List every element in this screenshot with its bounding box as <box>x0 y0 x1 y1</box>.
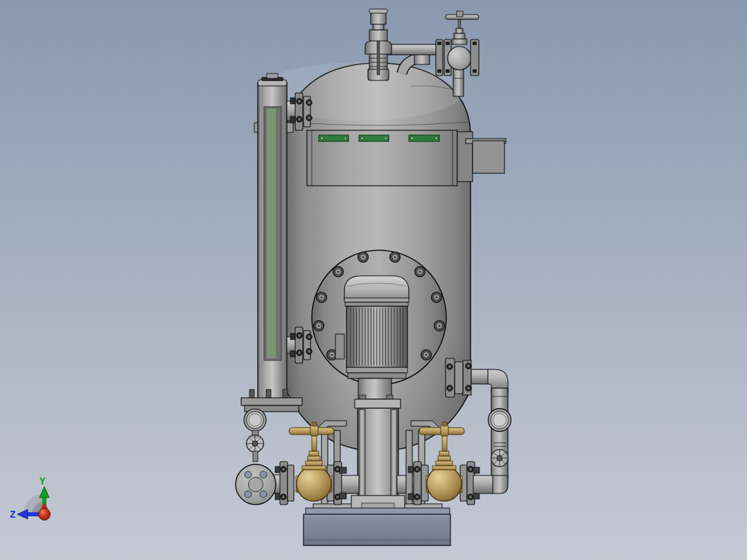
valve-bonnet-ring2 <box>454 33 465 39</box>
column-post-right <box>391 410 397 497</box>
safety-valve-cap <box>371 12 386 24</box>
valve-gland <box>456 28 463 33</box>
motor-fins <box>349 308 405 366</box>
pipe-small-valve[interactable] <box>491 450 509 467</box>
cad-3d-viewport[interactable]: Y Z <box>0 0 747 560</box>
discharge-elbow-bottom <box>491 475 508 493</box>
gauge-top-knob <box>267 73 278 78</box>
blind-flange[interactable] <box>236 464 276 505</box>
safety-valve-cap-top <box>369 9 387 13</box>
valve-handwheel-hub <box>457 11 463 17</box>
drain-sight-glass <box>244 409 266 431</box>
nameplate-panel[interactable] <box>307 130 457 186</box>
gauge-glass-shade <box>276 109 279 358</box>
drain-valve-handwheel[interactable] <box>247 435 264 453</box>
safety-valve-lever-rod <box>377 40 380 75</box>
suction-pipe-left <box>340 475 359 493</box>
discharge-pipe-horizontal <box>471 369 489 384</box>
base-top-lip <box>306 508 450 514</box>
column-post-left <box>359 410 365 497</box>
model-view[interactable]: Y Z <box>0 0 747 560</box>
green-nameplates <box>319 135 439 141</box>
motor-band-bottom <box>346 367 407 373</box>
safety-valve-body <box>369 30 387 41</box>
pipe-valve-to-elbow <box>473 475 493 493</box>
motor-terminal-box <box>335 334 344 359</box>
motor-cap <box>344 276 409 299</box>
valve-handwheel-hub <box>441 425 448 436</box>
y-axis-label: Y <box>39 475 46 487</box>
pump-column-assembly[interactable] <box>355 395 401 498</box>
origin-sphere[interactable] <box>39 509 51 520</box>
valve-stem <box>458 19 461 28</box>
column-top-flange <box>355 399 401 408</box>
valve-stem <box>442 436 447 451</box>
valve-body <box>427 466 462 501</box>
drain-valve-stem <box>253 451 258 462</box>
nameplate-3 <box>409 135 439 141</box>
valve-handwheel-hub <box>310 425 318 436</box>
motor-base-band <box>348 373 406 378</box>
motor-band-top <box>344 298 409 302</box>
motor-band-top2 <box>345 302 408 306</box>
valve-body <box>297 466 331 501</box>
discharge-nozzle-flange <box>446 358 471 397</box>
blind-flange-boss <box>249 478 263 492</box>
valve-bonnet-ring1 <box>452 39 467 44</box>
globe-valve-body <box>448 46 471 70</box>
flow-sight-glass <box>489 409 511 432</box>
base-body <box>304 514 450 545</box>
top-horizontal-pipe <box>385 44 439 55</box>
valve-stem <box>312 436 317 451</box>
base-plate[interactable] <box>304 508 450 545</box>
valve-down-pipe <box>453 69 464 96</box>
junction-box-body <box>473 141 504 173</box>
valve-flange2 <box>288 465 294 501</box>
z-axis-label: Z <box>10 509 15 520</box>
